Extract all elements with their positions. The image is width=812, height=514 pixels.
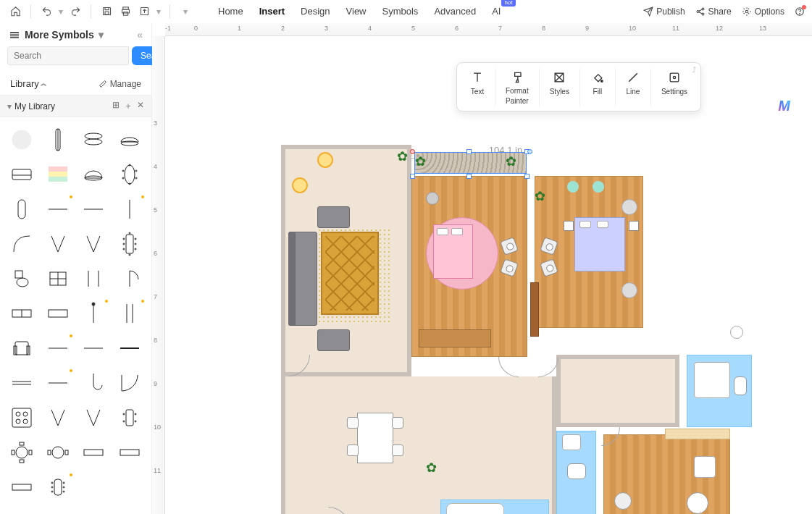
symbol-wall-line[interactable] <box>41 332 75 365</box>
mylib-grid-icon[interactable]: ⊞ <box>112 100 120 112</box>
sel-handle-tm[interactable] <box>466 149 472 154</box>
svg-point-42 <box>123 243 125 245</box>
ruler-horizontal[interactable]: -1 0 1 2 3 4 5 6 7 8 9 10 11 12 13 <box>165 23 812 36</box>
symbol-table-rect[interactable] <box>112 401 147 434</box>
ruler-vertical[interactable]: 3 4 5 6 7 8 9 10 11 <box>152 36 165 514</box>
mylib-close-icon[interactable]: ✕ <box>137 100 144 112</box>
svg-rect-4 <box>123 12 127 15</box>
symbol-divider-open[interactable] <box>112 297 147 330</box>
svg-point-87 <box>52 447 64 458</box>
symbol-blank-circle[interactable] <box>4 123 39 156</box>
export-dropdown-icon[interactable]: ▾ <box>155 4 162 20</box>
menu-design[interactable]: Design <box>301 6 330 17</box>
options-button[interactable]: Options <box>742 7 784 17</box>
symbol-armchair[interactable] <box>4 332 39 365</box>
symbol-oval-seat[interactable] <box>77 123 112 156</box>
settings-tool[interactable]: Settings <box>651 69 698 106</box>
undo-icon[interactable] <box>38 4 54 20</box>
sel-handle-br[interactable] <box>524 174 530 179</box>
symbols-panel: More Symbols ▾ « Search Library ︽ Manage… <box>0 23 152 514</box>
symbol-dome[interactable] <box>77 158 112 191</box>
sel-handle-connect[interactable] <box>527 149 532 154</box>
symbol-bench2[interactable] <box>112 436 147 469</box>
search-input[interactable] <box>7 46 129 65</box>
sel-handle-bm[interactable] <box>466 174 472 179</box>
styles-tool[interactable]: Styles <box>540 69 580 106</box>
text-tool[interactable]: Text <box>460 69 495 106</box>
symbol-door-half[interactable] <box>112 262 147 295</box>
redo-icon[interactable] <box>67 4 83 20</box>
symbol-table-long[interactable] <box>112 227 147 261</box>
mylibrary-row[interactable]: ▾ My Library ⊞ ＋ ✕ <box>0 95 151 117</box>
library-expand-icon[interactable]: ︽ <box>41 79 47 88</box>
undo-dropdown-icon[interactable]: ▾ <box>57 4 64 20</box>
library-label[interactable]: Library <box>10 78 39 89</box>
publish-button[interactable]: Publish <box>643 7 685 17</box>
symbol-window[interactable] <box>41 262 75 295</box>
symbol-table-oval[interactable] <box>112 158 147 191</box>
svg-rect-85 <box>12 450 14 455</box>
symbol-hook[interactable] <box>77 366 112 400</box>
line-tool[interactable]: Line <box>616 69 651 106</box>
svg-rect-13 <box>10 34 19 35</box>
symbol-line-h[interactable] <box>41 193 75 226</box>
sel-handle-rotate[interactable] <box>410 149 415 154</box>
symbol-corner-arc[interactable] <box>112 366 147 400</box>
menu-view[interactable]: View <box>346 6 367 17</box>
home-icon[interactable] <box>7 4 23 20</box>
pin-icon[interactable]: ⤴ <box>692 66 696 74</box>
manage-button[interactable]: Manage <box>99 79 141 89</box>
symbol-divider-dot[interactable] <box>77 297 112 330</box>
symbol-burger[interactable] <box>112 123 147 156</box>
mylib-caret-icon: ▾ <box>7 101 12 111</box>
collapse-panel-icon[interactable]: « <box>137 29 143 41</box>
symbol-toilet-side[interactable] <box>4 262 39 295</box>
symbol-v2[interactable] <box>77 227 112 261</box>
export-icon[interactable] <box>136 4 152 20</box>
title-dropdown-icon[interactable]: ▾ <box>99 29 104 41</box>
symbol-wall-line2[interactable] <box>77 332 112 365</box>
search-row: Search <box>0 46 151 71</box>
symbol-table-2chair[interactable] <box>41 436 75 469</box>
menu-insert[interactable]: Insert <box>259 6 285 17</box>
symbol-stove[interactable] <box>4 401 39 434</box>
symbol-v3[interactable] <box>41 401 75 434</box>
share-button[interactable]: Share <box>695 7 732 17</box>
symbol-line-v[interactable] <box>112 193 147 226</box>
svg-point-44 <box>135 238 136 240</box>
symbol-v1[interactable] <box>41 227 75 261</box>
symbol-rainbow[interactable] <box>41 158 75 191</box>
symbol-table-fancy[interactable] <box>41 471 75 504</box>
mylib-add-icon[interactable]: ＋ <box>124 100 133 112</box>
symbol-bench1[interactable] <box>77 436 112 469</box>
symbol-table-round[interactable] <box>4 436 39 469</box>
fill-tool[interactable]: Fill <box>580 69 616 106</box>
save-icon[interactable] <box>99 4 114 20</box>
symbol-sofa-front[interactable] <box>4 158 39 191</box>
symbol-line-h2[interactable] <box>77 193 112 226</box>
symbol-pill[interactable] <box>4 193 39 226</box>
svg-rect-24 <box>49 172 67 177</box>
floating-toolbar[interactable]: ⤴ Text Format Painter Styles Fill Line S… <box>456 62 701 111</box>
symbol-counter1[interactable] <box>4 297 39 330</box>
symbol-fridge[interactable] <box>41 123 75 156</box>
more-dropdown-icon[interactable]: ▾ <box>177 4 193 20</box>
symbol-line-3[interactable] <box>41 366 75 400</box>
menu-ai[interactable]: AI <box>492 6 501 17</box>
format-painter-tool[interactable]: Format Painter <box>495 69 540 106</box>
menu-home[interactable]: Home <box>218 6 243 17</box>
svg-rect-34 <box>18 200 25 219</box>
symbol-counter2[interactable] <box>41 297 75 330</box>
symbol-arc-tl[interactable] <box>4 227 39 261</box>
symbol-door-l[interactable] <box>77 262 112 295</box>
floor-plan[interactable]: ✿ <box>281 145 643 514</box>
sel-handle-bl[interactable] <box>410 174 415 179</box>
symbol-bench3[interactable] <box>4 471 39 504</box>
symbol-line-thick[interactable] <box>112 332 147 365</box>
print-icon[interactable] <box>117 4 133 20</box>
menu-symbols[interactable]: Symbols <box>382 6 419 17</box>
help-button[interactable] <box>795 7 805 17</box>
menu-advanced[interactable]: Advanced <box>434 6 476 17</box>
symbol-wall-thick[interactable] <box>4 366 39 400</box>
symbol-v4[interactable] <box>77 401 112 434</box>
